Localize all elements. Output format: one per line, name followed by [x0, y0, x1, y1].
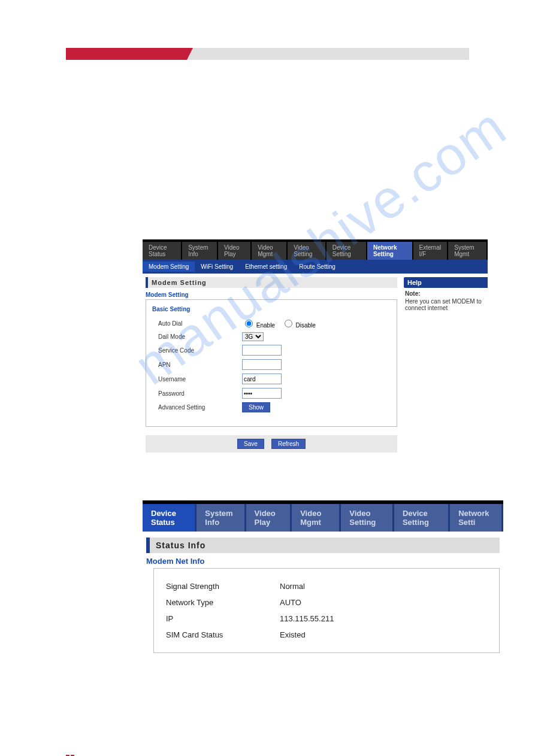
tab-video-play[interactable]: Video Play [218, 242, 250, 260]
basic-setting-fieldset: Basic Setting Auto Dial Enable Disable D… [146, 299, 397, 427]
status-row-signal: Signal Strength Normal [166, 578, 487, 594]
tab-network-setting[interactable]: Network Setting [367, 242, 412, 260]
tab-system-mgmt[interactable]: System Mgmt [448, 242, 486, 260]
username-label: Username [152, 376, 242, 382]
service-code-input[interactable] [242, 345, 282, 356]
signal-strength-value: Normal [280, 582, 305, 591]
show-button[interactable]: Show [242, 402, 270, 412]
status-row-ip: IP 113.115.55.211 [166, 611, 487, 627]
sim-card-status-label: SIM Card Status [166, 630, 280, 639]
status-section-label: Modem Net Info [146, 557, 503, 566]
status-row-network-type: Network Type AUTO [166, 594, 487, 611]
dial-mode-label: Dail Mode [152, 333, 242, 340]
fieldset-title: Basic Setting [152, 306, 391, 312]
help-title: Help [404, 277, 488, 288]
tab-external-if[interactable]: External I/F [413, 242, 448, 260]
tab2-network-setting[interactable]: Network Setti [450, 504, 501, 532]
device-status-screenshot: Device Status System Info Video Play Vid… [143, 500, 503, 653]
panel-title: Modem Setting [146, 277, 397, 288]
auto-dial-disable-radio[interactable] [285, 320, 292, 327]
status-tab-bar: Device Status System Info Video Play Vid… [143, 504, 503, 532]
sub-tab-bar: Modem Setting WiFi Setting Ethernet sett… [143, 260, 488, 274]
top-tab-bar: Device Status System Info Video Play Vid… [143, 239, 488, 260]
tab-device-status[interactable]: Device Status [143, 242, 181, 260]
password-input[interactable] [242, 388, 282, 399]
subtab-wifi-setting[interactable]: WiFi Setting [195, 262, 239, 272]
username-input[interactable] [242, 374, 282, 384]
tab2-device-setting[interactable]: Device Setting [394, 504, 448, 532]
network-type-label: Network Type [166, 598, 280, 607]
button-bar: Save Refresh [146, 435, 397, 453]
page-header-banner [66, 48, 469, 60]
password-label: Password [152, 390, 242, 397]
signal-strength-label: Signal Strength [166, 582, 280, 591]
status-panel-title: Status Info [146, 538, 500, 553]
dial-mode-select[interactable]: 3G [242, 332, 264, 341]
tab2-system-info[interactable]: System Info [197, 504, 244, 532]
disable-label: Disable [295, 322, 315, 329]
modem-net-info-box: Signal Strength Normal Network Type AUTO… [153, 568, 500, 653]
enable-label: Enable [256, 322, 275, 329]
tab-system-info[interactable]: System Info [182, 242, 217, 260]
save-button[interactable]: Save [237, 439, 264, 449]
subtab-route-setting[interactable]: Route Setting [293, 262, 341, 272]
advanced-setting-label: Advanced Setting [152, 404, 242, 411]
apn-input[interactable] [242, 359, 282, 370]
network-type-value: AUTO [280, 598, 301, 607]
tab-video-mgmt[interactable]: Video Mgmt [252, 242, 286, 260]
section-label: Modem Setting [146, 292, 397, 298]
tab2-device-status[interactable]: Device Status [143, 504, 195, 532]
tab-video-setting[interactable]: Video Setting [288, 242, 325, 260]
subtab-modem-setting[interactable]: Modem Setting [143, 262, 195, 272]
auto-dial-label: Auto Dial [152, 320, 242, 327]
subtab-ethernet-setting[interactable]: Ethernet setting [239, 262, 293, 272]
service-code-label: Service Code [152, 347, 242, 354]
tab-device-setting[interactable]: Device Setting [327, 242, 366, 260]
refresh-button[interactable]: Refresh [271, 439, 306, 449]
tab2-video-setting[interactable]: Video Setting [341, 504, 392, 532]
tab2-video-play[interactable]: Video Play [246, 504, 291, 532]
apn-label: APN [152, 362, 242, 368]
help-note-text: Here you can set MODEM to connect intern… [405, 298, 482, 311]
help-panel: Help Note: Here you can set MODEM to con… [404, 277, 488, 453]
tab2-video-mgmt[interactable]: Video Mgmt [292, 504, 339, 532]
help-note-label: Note: [405, 290, 486, 297]
ip-label: IP [166, 614, 280, 623]
sim-card-status-value: Existed [280, 630, 306, 639]
modem-setting-screenshot: Device Status System Info Video Play Vid… [143, 239, 488, 453]
ip-value: 113.115.55.211 [280, 614, 334, 623]
auto-dial-enable-radio[interactable] [245, 320, 253, 327]
status-row-sim: SIM Card Status Existed [166, 627, 487, 643]
